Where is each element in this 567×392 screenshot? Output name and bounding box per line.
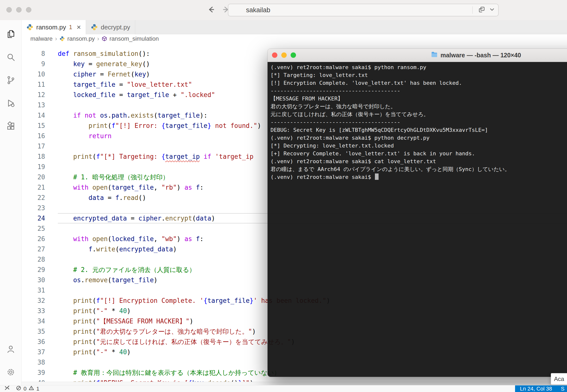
back-button[interactable] (207, 5, 215, 14)
tab-ransom-py[interactable]: ransom.py 1 × (22, 20, 86, 34)
zoom-window-button[interactable] (26, 7, 31, 13)
line-number[interactable]: 22 (22, 193, 45, 203)
terminal-output[interactable]: (.venv) ret2root:malware sakai$ python r… (268, 62, 567, 377)
line-number[interactable]: 31 (22, 285, 45, 295)
warning-icon (28, 385, 34, 392)
status-bar: 0 1 Ln 24, Col 38 S (0, 385, 567, 392)
editor-tab-bar: ransom.py 1 × decrypt.py (22, 20, 567, 34)
line-number[interactable]: 39 (22, 367, 45, 378)
terminal-window[interactable]: malware — -bash — 120×40 (.venv) ret2roo… (268, 49, 567, 377)
breadcrumb-file[interactable]: ransom.py (67, 35, 95, 42)
line-number[interactable]: 20 (22, 172, 45, 182)
code-line[interactable]: 40 print(f"DEBUG: Secret Key is [{key.de… (22, 378, 567, 382)
status-bar-right: Ln 24, Col 38 S (515, 385, 567, 392)
line-number[interactable]: 29 (22, 265, 45, 275)
line-number[interactable]: 32 (22, 295, 45, 306)
python-file-icon (91, 24, 98, 31)
minimize-window-button[interactable] (16, 7, 22, 13)
terminal-line: DEBUG: Secret Key is [zWLTBTghMW5qCDQErt… (270, 126, 567, 134)
line-number[interactable]: 26 (22, 234, 45, 244)
activity-bar-bottom (0, 338, 22, 385)
status-partial-text[interactable]: S (561, 386, 565, 392)
terminal-line: (.venv) ret2root:malware sakai$ cat love… (270, 157, 567, 165)
account-icon (6, 344, 15, 354)
activity-extensions[interactable] (0, 115, 22, 138)
line-number[interactable]: 10 (22, 69, 45, 79)
activity-explorer[interactable] (0, 23, 22, 46)
line-number[interactable]: 13 (22, 100, 45, 110)
terminal-line: [!] Encryption Complete. 'love_letter.tx… (270, 79, 567, 87)
line-number[interactable]: 37 (22, 347, 45, 357)
address-bar[interactable]: sakailab (228, 4, 499, 16)
terminal-line: 元に戻してほしければ、私の正体（復号キー）を当ててみせろ。 (270, 111, 567, 118)
line-number[interactable]: 27 (22, 244, 45, 254)
line-number[interactable]: 16 (22, 131, 45, 141)
line-number[interactable]: 25 (22, 224, 45, 234)
close-window-button[interactable] (272, 52, 277, 58)
terminal-line: 君の瞳は、まるで AArch64 のパイプラインのように美しい。ずっと同期（Sy… (270, 165, 567, 173)
breadcrumb-symbol[interactable]: ransom_simulation (110, 35, 159, 42)
line-number[interactable]: 33 (22, 306, 45, 316)
line-number[interactable]: 15 (22, 121, 45, 131)
terminal-title-text: malware — -bash — 120×40 (440, 52, 521, 59)
line-number[interactable]: 40 (22, 378, 45, 382)
line-number[interactable]: 9 (22, 59, 45, 69)
zoom-window-button[interactable] (291, 52, 296, 58)
close-tab-icon[interactable]: × (77, 23, 81, 31)
line-number[interactable]: 14 (22, 110, 45, 121)
terminal-line: [+] Recovery Complete. 'love_letter.txt'… (270, 150, 567, 157)
terminal-titlebar[interactable]: malware — -bash — 120×40 (268, 49, 567, 62)
terminal-line: [*] Decrypting: love_letter.txt.locked (270, 142, 567, 150)
error-count: 0 (24, 386, 27, 392)
terminal-line: (.venv) ret2root:malware sakai$ (270, 173, 567, 181)
line-number[interactable]: 12 (22, 90, 45, 100)
minimize-window-button[interactable] (281, 52, 287, 58)
line-number[interactable]: 24 (22, 213, 45, 224)
run-debug-icon (6, 98, 15, 108)
line-number[interactable]: 19 (22, 162, 45, 172)
line-number[interactable]: 28 (22, 254, 45, 265)
notification-toast[interactable]: Aca (551, 373, 567, 385)
line-number[interactable]: 18 (22, 151, 45, 162)
terminal-cursor (375, 173, 379, 180)
activity-run-debug[interactable] (0, 92, 22, 115)
line-number[interactable]: 23 (22, 203, 45, 213)
line-number[interactable]: 17 (22, 141, 45, 151)
activity-search[interactable] (0, 46, 22, 69)
nav-buttons (207, 5, 230, 14)
cursor-position[interactable]: Ln 24, Col 38 (520, 386, 552, 392)
activity-bar (0, 20, 22, 385)
divider (472, 6, 473, 14)
files-icon (6, 29, 15, 39)
python-file-icon (27, 24, 33, 31)
browser-titlebar: sakailab (0, 0, 567, 20)
horizontal-scrollbar[interactable] (22, 382, 567, 385)
extensions-icon (6, 122, 15, 131)
activity-account[interactable] (0, 338, 22, 361)
line-number[interactable]: 8 (22, 49, 45, 59)
breadcrumb-folder[interactable]: malware (30, 35, 53, 42)
line-number[interactable]: 30 (22, 275, 45, 285)
line-number[interactable]: 11 (22, 79, 45, 90)
line-number[interactable]: 21 (22, 182, 45, 193)
remote-indicator[interactable] (4, 385, 10, 392)
python-file-icon (59, 36, 65, 42)
code-text: print(f"DEBUG: Secret Key is [{key.decod… (58, 378, 567, 382)
activity-source-control[interactable] (0, 69, 22, 92)
window-controls (6, 7, 31, 13)
tab-problem-badge: 1 (69, 24, 72, 31)
breadcrumb: malware › ransom.py › ransom_simulation (22, 34, 567, 43)
terminal-title: malware — -bash — 120×40 (431, 49, 521, 62)
tab-overview-icon[interactable] (478, 6, 485, 14)
tab-label: decrypt.py (101, 24, 130, 31)
terminal-line: (.venv) ret2root:malware sakai$ python r… (270, 63, 567, 71)
close-window-button[interactable] (6, 7, 12, 13)
activity-settings[interactable] (0, 361, 22, 384)
line-number[interactable]: 36 (22, 337, 45, 347)
line-number[interactable]: 38 (22, 357, 45, 367)
chevron-down-icon[interactable] (489, 6, 495, 14)
line-number[interactable]: 34 (22, 316, 45, 326)
line-number[interactable]: 35 (22, 326, 45, 337)
problems-indicator[interactable]: 0 1 (16, 385, 40, 392)
tab-decrypt-py[interactable]: decrypt.py (86, 20, 135, 34)
